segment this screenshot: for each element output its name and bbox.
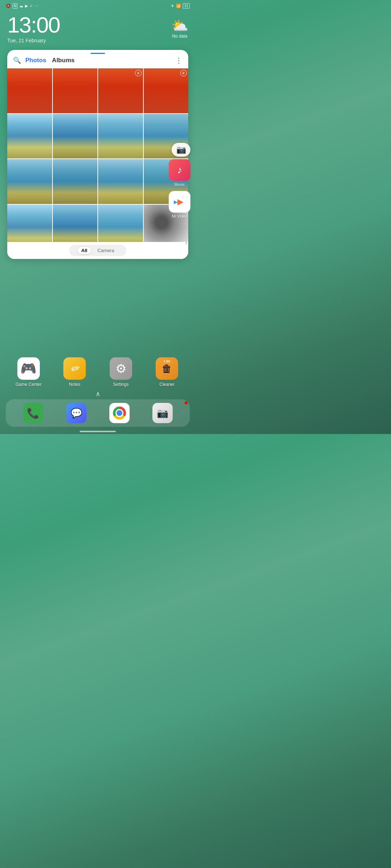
game-center-label: Game Center — [16, 382, 42, 387]
tab-photos[interactable]: Photos — [25, 57, 46, 64]
more-icon: ··· — [35, 4, 38, 8]
photo-cell[interactable] — [98, 114, 143, 159]
play-icon: ▶ — [25, 4, 28, 8]
photo-grid: ⊕ ⊕ — [7, 68, 188, 242]
photo-badge: ⊕ — [135, 70, 142, 76]
nfc-icon: N — [13, 3, 17, 9]
photo-cell[interactable] — [53, 159, 98, 204]
mivideo-icon[interactable]: ▶ ▶ — [169, 191, 190, 213]
dock-phone[interactable]: 📞 — [23, 403, 43, 423]
music-icon[interactable]: ♪ — [169, 159, 190, 181]
music-label: Music — [175, 182, 185, 187]
settings-icon[interactable]: ⚙ — [110, 357, 132, 380]
filter-all[interactable]: All — [78, 247, 91, 254]
wifi-icon: 📶 — [176, 4, 181, 8]
cleaner-label: Cleaner — [159, 382, 175, 387]
photo-cell[interactable] — [7, 159, 52, 204]
filter-camera[interactable]: Camera — [94, 247, 118, 254]
status-bar: 🔕 N ☁ ▶ ✓ ··· ✈ 📶 31 — [0, 0, 196, 10]
photo-cell[interactable] — [53, 68, 98, 113]
cleaner-icon[interactable]: 🗑 1.5G — [156, 357, 178, 380]
right-apps-column: ♪ Music ▶ ▶ Mi Video — [169, 159, 190, 218]
app-notes[interactable]: ✏ Notes — [54, 357, 96, 387]
photo-cell[interactable] — [53, 114, 98, 159]
bottom-apps-row: 🎮 Game Center ✏ Notes ⚙ Settings 🗑 1.5G … — [0, 357, 196, 387]
check-icon: ✓ — [30, 4, 33, 8]
chrome-ring — [113, 407, 126, 420]
notes-label: Notes — [69, 382, 80, 387]
chevron-up-icon: ∧ — [96, 390, 100, 397]
app-settings[interactable]: ⚙ Settings — [100, 357, 142, 387]
photo-cell[interactable] — [7, 114, 52, 159]
battery-level: 31 — [184, 4, 188, 8]
tab-albums[interactable]: Albums — [52, 57, 75, 64]
clock-weather-area: 13:00 Tue, 21 February ⛅ No data — [0, 10, 196, 47]
handle-bar — [91, 53, 105, 54]
clock-time: 13:00 — [7, 14, 60, 36]
filter-pill: All Camera — [69, 245, 127, 256]
photo-cell[interactable]: ⊕ — [144, 68, 189, 113]
photo-cell[interactable] — [7, 205, 52, 242]
search-icon[interactable]: 🔍 — [13, 56, 21, 64]
weather-widget: ⛅ No data — [171, 14, 188, 39]
app-music: ♪ Music — [169, 159, 190, 187]
more-options-icon[interactable]: ⋮ — [175, 56, 182, 65]
clock-block: 13:00 Tue, 21 February — [7, 14, 60, 43]
weather-icon: ⛅ — [171, 17, 188, 34]
photo-cell[interactable]: ⊕ — [98, 68, 143, 113]
status-icons-left: 🔕 N ☁ ▶ ✓ ··· — [6, 3, 38, 9]
app-mivideo: ▶ ▶ Mi Video — [169, 191, 190, 218]
photos-filter: All Camera — [7, 242, 188, 259]
camera-icon[interactable]: 📷 — [152, 403, 173, 423]
photo-cell[interactable] — [53, 205, 98, 242]
weather-text: No data — [172, 34, 187, 39]
dock-messages[interactable]: 💬 — [66, 403, 87, 423]
photos-tabs: Photos Albums — [25, 57, 171, 64]
swipe-up-indicator: ∧ — [96, 390, 100, 398]
notes-icon[interactable]: ✏ — [63, 357, 86, 380]
scroll-indicator — [186, 234, 187, 244]
airplane-icon: ✈ — [171, 4, 174, 8]
game-center-icon[interactable]: 🎮 — [17, 357, 40, 380]
camera-shortcut-button[interactable]: 📷 — [172, 143, 190, 157]
photo-badge: ⊕ — [180, 70, 187, 76]
battery-icon: 31 — [183, 3, 190, 9]
photos-header: 🔍 Photos Albums ⋮ — [7, 56, 188, 68]
messages-icon[interactable]: 💬 — [66, 403, 87, 423]
settings-label: Settings — [113, 382, 129, 387]
home-indicator — [80, 431, 116, 432]
cloud-icon: ☁ — [19, 4, 23, 8]
clock-date: Tue, 21 February — [7, 38, 60, 43]
status-icons-right: ✈ 📶 31 — [171, 3, 190, 9]
chrome-icon[interactable] — [109, 403, 130, 423]
photo-cell[interactable] — [98, 205, 143, 242]
photo-cell[interactable] — [98, 159, 143, 204]
phone-icon[interactable]: 📞 — [23, 403, 43, 423]
camera-shortcut-icon: 📷 — [176, 145, 186, 154]
photo-cell[interactable] — [7, 68, 52, 113]
app-game-center[interactable]: 🎮 Game Center — [7, 357, 50, 387]
widget-handle — [7, 50, 188, 56]
dock-camera[interactable]: 📷 — [152, 403, 173, 423]
mivideo-label: Mi Video — [172, 214, 188, 218]
dock: 📞 💬 📷 — [6, 399, 190, 427]
dock-chrome[interactable] — [109, 403, 130, 423]
photos-widget: 🔍 Photos Albums ⋮ ⊕ ⊕ — [7, 50, 188, 259]
vibrate-icon: 🔕 — [6, 4, 11, 8]
app-cleaner[interactable]: 🗑 1.5G Cleaner — [146, 357, 189, 387]
